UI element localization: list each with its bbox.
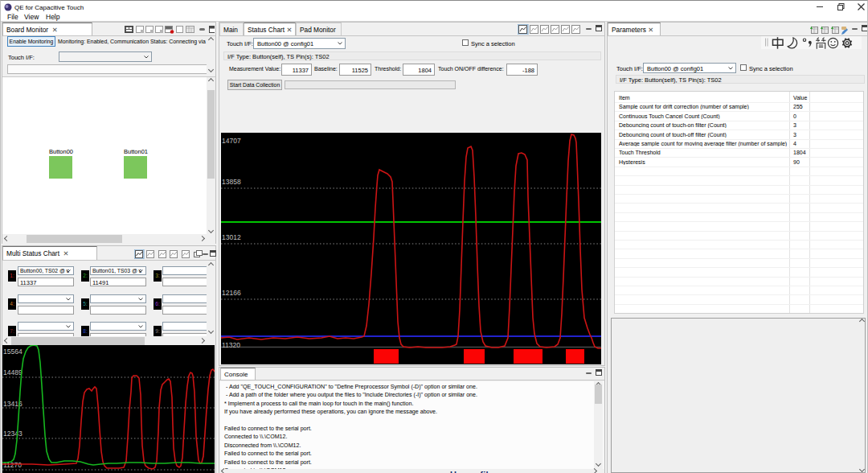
svg-text:11320: 11320 bbox=[222, 341, 240, 349]
svg-text:13012: 13012 bbox=[222, 233, 241, 241]
svg-text:14707: 14707 bbox=[222, 137, 241, 145]
svg-text:13858: 13858 bbox=[222, 178, 241, 186]
svg-text:14489: 14489 bbox=[3, 368, 23, 376]
svg-text:15564: 15564 bbox=[3, 348, 23, 356]
svg-text:12343: 12343 bbox=[3, 430, 23, 438]
svg-text:12166: 12166 bbox=[222, 289, 241, 297]
